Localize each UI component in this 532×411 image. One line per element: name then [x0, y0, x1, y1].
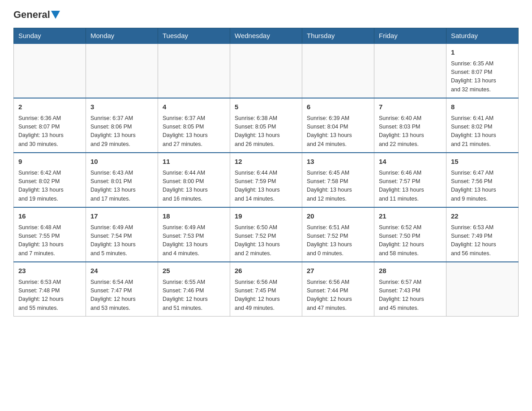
calendar-cell: 15Sunrise: 6:47 AM Sunset: 7:56 PM Dayli…: [446, 153, 519, 207]
calendar-cell: 7Sunrise: 6:40 AM Sunset: 8:03 PM Daylig…: [374, 98, 446, 153]
calendar-cell: 25Sunrise: 6:55 AM Sunset: 7:46 PM Dayli…: [158, 262, 230, 317]
day-number: 8: [451, 102, 514, 112]
day-number: 26: [235, 266, 297, 276]
day-number: 4: [163, 102, 225, 112]
day-info: Sunrise: 6:51 AM Sunset: 7:52 PM Dayligh…: [307, 223, 369, 258]
calendar-cell: [230, 43, 302, 98]
day-number: 27: [307, 266, 369, 276]
day-number: 7: [379, 102, 442, 112]
day-number: 16: [18, 211, 81, 222]
day-number: 24: [90, 266, 153, 276]
day-number: 20: [307, 211, 369, 222]
calendar-table: SundayMondayTuesdayWednesdayThursdayFrid…: [13, 28, 519, 317]
calendar-week-row: 2Sunrise: 6:36 AM Sunset: 8:07 PM Daylig…: [14, 98, 519, 153]
calendar-cell: 20Sunrise: 6:51 AM Sunset: 7:52 PM Dayli…: [302, 207, 374, 262]
day-info: Sunrise: 6:49 AM Sunset: 7:54 PM Dayligh…: [90, 223, 153, 258]
calendar-cell: 13Sunrise: 6:45 AM Sunset: 7:58 PM Dayli…: [302, 153, 374, 207]
calendar-cell: 3Sunrise: 6:37 AM Sunset: 8:06 PM Daylig…: [86, 98, 158, 153]
day-number: 10: [90, 157, 153, 167]
logo: General: [13, 9, 61, 21]
day-number: 11: [163, 157, 225, 167]
day-number: 1: [451, 47, 514, 58]
calendar-cell: 27Sunrise: 6:56 AM Sunset: 7:44 PM Dayli…: [302, 262, 374, 317]
day-of-week-header: Monday: [86, 28, 158, 44]
calendar-cell: [374, 43, 446, 98]
day-number: 25: [163, 266, 225, 276]
day-info: Sunrise: 6:42 AM Sunset: 8:02 PM Dayligh…: [18, 169, 81, 204]
day-number: 12: [235, 157, 297, 167]
day-info: Sunrise: 6:55 AM Sunset: 7:46 PM Dayligh…: [163, 278, 225, 313]
calendar-cell: 14Sunrise: 6:46 AM Sunset: 7:57 PM Dayli…: [374, 153, 446, 207]
calendar-cell: 1Sunrise: 6:35 AM Sunset: 8:07 PM Daylig…: [446, 43, 519, 98]
calendar-header-row: SundayMondayTuesdayWednesdayThursdayFrid…: [14, 28, 519, 44]
day-info: Sunrise: 6:46 AM Sunset: 7:57 PM Dayligh…: [379, 169, 442, 204]
calendar-cell: 11Sunrise: 6:44 AM Sunset: 8:00 PM Dayli…: [158, 153, 230, 207]
logo-general-text: General: [13, 9, 50, 21]
calendar-cell: 19Sunrise: 6:50 AM Sunset: 7:52 PM Dayli…: [230, 207, 302, 262]
day-info: Sunrise: 6:38 AM Sunset: 8:05 PM Dayligh…: [235, 114, 297, 149]
day-info: Sunrise: 6:35 AM Sunset: 8:07 PM Dayligh…: [451, 60, 514, 94]
day-number: 19: [235, 211, 297, 222]
day-of-week-header: Friday: [374, 28, 446, 44]
day-number: 14: [379, 157, 442, 167]
day-info: Sunrise: 6:45 AM Sunset: 7:58 PM Dayligh…: [307, 169, 369, 204]
day-info: Sunrise: 6:37 AM Sunset: 8:06 PM Dayligh…: [90, 114, 153, 149]
day-info: Sunrise: 6:52 AM Sunset: 7:50 PM Dayligh…: [379, 223, 442, 258]
day-info: Sunrise: 6:54 AM Sunset: 7:47 PM Dayligh…: [90, 278, 153, 313]
day-number: 21: [379, 211, 442, 222]
day-info: Sunrise: 6:57 AM Sunset: 7:43 PM Dayligh…: [379, 278, 442, 313]
day-number: 2: [18, 102, 81, 112]
day-number: 13: [307, 157, 369, 167]
calendar-cell: [14, 43, 86, 98]
page-header: General: [13, 9, 519, 21]
day-number: 3: [90, 102, 153, 112]
day-number: 28: [379, 266, 442, 276]
day-info: Sunrise: 6:48 AM Sunset: 7:55 PM Dayligh…: [18, 223, 81, 258]
day-of-week-header: Sunday: [14, 28, 86, 44]
day-info: Sunrise: 6:43 AM Sunset: 8:01 PM Dayligh…: [90, 169, 153, 204]
day-info: Sunrise: 6:37 AM Sunset: 8:05 PM Dayligh…: [163, 114, 225, 149]
day-of-week-header: Saturday: [446, 28, 519, 44]
calendar-cell: 2Sunrise: 6:36 AM Sunset: 8:07 PM Daylig…: [14, 98, 86, 153]
day-number: 23: [18, 266, 81, 276]
calendar-cell: 12Sunrise: 6:44 AM Sunset: 7:59 PM Dayli…: [230, 153, 302, 207]
calendar-cell: 28Sunrise: 6:57 AM Sunset: 7:43 PM Dayli…: [374, 262, 446, 317]
logo-triangle-icon: [51, 11, 60, 19]
calendar-cell: 26Sunrise: 6:56 AM Sunset: 7:45 PM Dayli…: [230, 262, 302, 317]
day-info: Sunrise: 6:44 AM Sunset: 8:00 PM Dayligh…: [163, 169, 225, 204]
day-info: Sunrise: 6:39 AM Sunset: 8:04 PM Dayligh…: [307, 114, 369, 149]
day-number: 15: [451, 157, 514, 167]
day-info: Sunrise: 6:53 AM Sunset: 7:48 PM Dayligh…: [18, 278, 81, 313]
day-number: 5: [235, 102, 297, 112]
day-info: Sunrise: 6:56 AM Sunset: 7:44 PM Dayligh…: [307, 278, 369, 313]
day-number: 22: [451, 211, 514, 222]
day-number: 9: [18, 157, 81, 167]
calendar-cell: 22Sunrise: 6:53 AM Sunset: 7:49 PM Dayli…: [446, 207, 519, 262]
calendar-cell: 4Sunrise: 6:37 AM Sunset: 8:05 PM Daylig…: [158, 98, 230, 153]
calendar-cell: 9Sunrise: 6:42 AM Sunset: 8:02 PM Daylig…: [14, 153, 86, 207]
day-info: Sunrise: 6:49 AM Sunset: 7:53 PM Dayligh…: [163, 223, 225, 258]
calendar-week-row: 23Sunrise: 6:53 AM Sunset: 7:48 PM Dayli…: [14, 262, 519, 317]
calendar-week-row: 16Sunrise: 6:48 AM Sunset: 7:55 PM Dayli…: [14, 207, 519, 262]
day-info: Sunrise: 6:56 AM Sunset: 7:45 PM Dayligh…: [235, 278, 297, 313]
day-number: 18: [163, 211, 225, 222]
day-of-week-header: Thursday: [302, 28, 374, 44]
day-info: Sunrise: 6:44 AM Sunset: 7:59 PM Dayligh…: [235, 169, 297, 204]
day-number: 17: [90, 211, 153, 222]
calendar-cell: 17Sunrise: 6:49 AM Sunset: 7:54 PM Dayli…: [86, 207, 158, 262]
day-info: Sunrise: 6:47 AM Sunset: 7:56 PM Dayligh…: [451, 169, 514, 204]
calendar-cell: 6Sunrise: 6:39 AM Sunset: 8:04 PM Daylig…: [302, 98, 374, 153]
calendar-cell: [158, 43, 230, 98]
calendar-cell: 21Sunrise: 6:52 AM Sunset: 7:50 PM Dayli…: [374, 207, 446, 262]
calendar-cell: [446, 262, 519, 317]
day-info: Sunrise: 6:36 AM Sunset: 8:07 PM Dayligh…: [18, 114, 81, 149]
calendar-cell: 8Sunrise: 6:41 AM Sunset: 8:02 PM Daylig…: [446, 98, 519, 153]
calendar-cell: [302, 43, 374, 98]
day-of-week-header: Wednesday: [230, 28, 302, 44]
calendar-week-row: 9Sunrise: 6:42 AM Sunset: 8:02 PM Daylig…: [14, 153, 519, 207]
calendar-cell: 24Sunrise: 6:54 AM Sunset: 7:47 PM Dayli…: [86, 262, 158, 317]
day-info: Sunrise: 6:50 AM Sunset: 7:52 PM Dayligh…: [235, 223, 297, 258]
calendar-week-row: 1Sunrise: 6:35 AM Sunset: 8:07 PM Daylig…: [14, 43, 519, 98]
day-info: Sunrise: 6:40 AM Sunset: 8:03 PM Dayligh…: [379, 114, 442, 149]
calendar-cell: 5Sunrise: 6:38 AM Sunset: 8:05 PM Daylig…: [230, 98, 302, 153]
